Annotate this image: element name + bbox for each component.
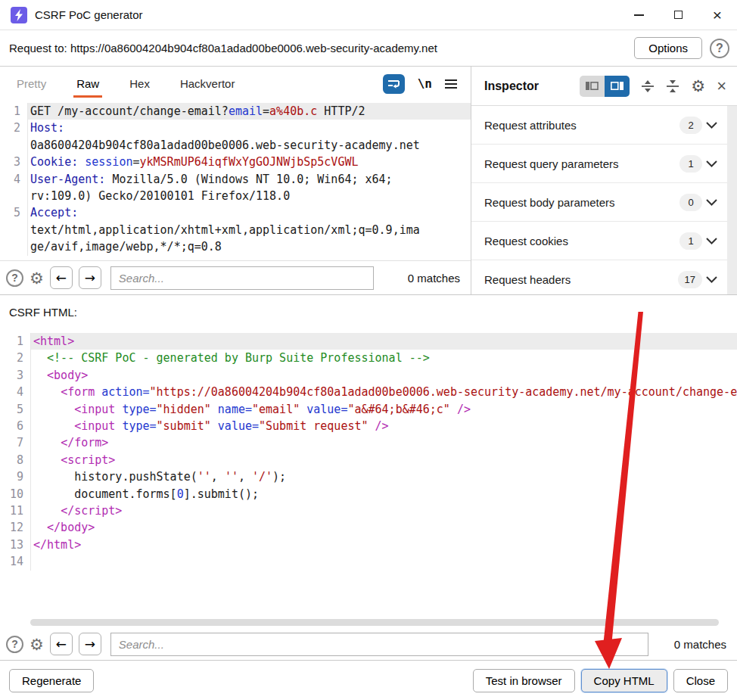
help-icon[interactable]: ?: [710, 39, 729, 58]
chevron-down-icon[interactable]: [706, 276, 717, 283]
code-line[interactable]: 5 <input type="hidden" name="email" valu…: [0, 401, 737, 418]
line-content: <!-- CSRF PoC - generated by Burp Suite …: [30, 350, 737, 366]
search-help-icon[interactable]: ?: [6, 636, 23, 653]
inspector-section-request-body-parameters[interactable]: Request body parameters0: [471, 183, 737, 222]
minimize-button[interactable]: [619, 0, 658, 30]
code-line[interactable]: 11 </script>: [0, 502, 737, 519]
code-line[interactable]: 0a86004204b904cf80a1adad00be0006.web-sec…: [0, 137, 471, 154]
code-line[interactable]: 1GET /my-account/change-email?email=a%40…: [0, 103, 471, 120]
code-line[interactable]: 1<html>: [0, 333, 737, 350]
line-number: 4: [0, 384, 30, 400]
inspector-section-request-query-parameters[interactable]: Request query parameters1: [471, 145, 737, 183]
code-line[interactable]: 12 </body>: [0, 519, 737, 536]
chevron-down-icon[interactable]: [706, 238, 717, 244]
tab-raw[interactable]: Raw: [73, 67, 102, 101]
line-number: 6: [0, 418, 30, 434]
csrf-html-editor[interactable]: 1<html>2 <!-- CSRF PoC - generated by Bu…: [0, 329, 737, 628]
code-line[interactable]: 7 </form>: [0, 434, 737, 451]
code-line[interactable]: 13</html>: [0, 537, 737, 553]
csrf-search-matches: 0 matches: [674, 638, 726, 651]
code-line[interactable]: 2Host:: [0, 120, 471, 136]
line-number: 13: [0, 537, 30, 553]
line-number: 5: [0, 204, 27, 221]
options-button[interactable]: Options: [634, 37, 702, 59]
inspector-section-request-cookies[interactable]: Request cookies1: [471, 222, 737, 260]
main-split: PrettyRawHexHackvertor \n 1GET /my-accou: [0, 67, 737, 295]
search-help-icon[interactable]: ?: [6, 269, 23, 287]
inspector-section-request-headers[interactable]: Request headers17: [471, 260, 737, 294]
regenerate-button[interactable]: Regenerate: [9, 669, 94, 692]
csrf-poc-generator-window: CSRF PoC generator × Request to: https:/…: [0, 0, 737, 700]
editor-tab-icons: \n: [383, 74, 471, 94]
code-line[interactable]: 8 <script>: [0, 452, 737, 468]
code-line[interactable]: 4 <form action="https://0a86004204b904cf…: [0, 384, 737, 400]
layout-left-icon[interactable]: [580, 76, 605, 97]
line-number: [0, 137, 27, 154]
csrf-html-label-row: CSRF HTML:: [0, 295, 737, 329]
code-line[interactable]: 10 document.forms[0].submit();: [0, 486, 737, 502]
search-prev-button[interactable]: ←: [50, 266, 73, 289]
code-line[interactable]: 2 <!-- CSRF PoC - generated by Burp Suit…: [0, 350, 737, 366]
line-content: </html>: [30, 537, 737, 553]
inspector-layout-toggle: [580, 76, 630, 97]
search-prev-button[interactable]: ←: [50, 633, 73, 655]
expand-all-icon[interactable]: [641, 80, 655, 92]
close-button[interactable]: ×: [698, 0, 737, 30]
inspector-close-icon[interactable]: ×: [717, 78, 726, 95]
layout-right-icon[interactable]: [605, 76, 630, 97]
code-line[interactable]: 4User-Agent: Mozilla/5.0 (Windows NT 10.…: [0, 171, 471, 188]
line-content: [30, 553, 737, 570]
code-line[interactable]: rv:109.0) Gecko/20100101 Firefox/118.0: [0, 188, 471, 204]
code-line[interactable]: ge/avif,image/webp,*/*;q=0.8: [0, 238, 471, 255]
search-settings-icon[interactable]: ⚙: [30, 636, 44, 652]
code-line[interactable]: 3 <body>: [0, 367, 737, 384]
csrf-code-lines: 1<html>2 <!-- CSRF PoC - generated by Bu…: [0, 333, 737, 571]
search-next-button[interactable]: →: [79, 266, 101, 289]
code-line[interactable]: 5Accept:: [0, 204, 471, 221]
code-line[interactable]: 3Cookie: session=ykMSRmUP64iqfWxYgGOJNWj…: [0, 154, 471, 170]
line-content: </script>: [30, 502, 737, 519]
line-content: <input type="hidden" name="email" value=…: [30, 401, 737, 418]
section-count-badge: 1: [679, 155, 702, 173]
line-content: rv:109.0) Gecko/20100101 Firefox/118.0: [27, 188, 471, 204]
tab-hackvertor[interactable]: Hackvertor: [177, 67, 238, 101]
section-label: Request attributes: [484, 119, 577, 132]
search-settings-icon[interactable]: ⚙: [30, 270, 44, 286]
collapse-all-icon[interactable]: [666, 80, 679, 92]
line-number: 3: [0, 154, 27, 170]
chevron-down-icon[interactable]: [706, 199, 717, 206]
chevron-down-icon[interactable]: [706, 122, 717, 129]
csrf-html-label: CSRF HTML:: [9, 306, 77, 319]
inspector-section-request-attributes[interactable]: Request attributes2: [471, 106, 737, 145]
tab-hex[interactable]: Hex: [126, 67, 153, 101]
line-number: 10: [0, 486, 30, 502]
section-count-badge: 2: [679, 117, 702, 134]
search-next-button[interactable]: →: [79, 633, 101, 655]
inspector-scrollbar[interactable]: [727, 106, 737, 294]
close-icon: ×: [713, 7, 722, 23]
code-line[interactable]: 14: [0, 553, 737, 570]
horizontal-scrollbar[interactable]: [30, 619, 719, 626]
tab-pretty[interactable]: Pretty: [14, 67, 49, 101]
test-in-browser-button[interactable]: Test in browser: [473, 669, 575, 692]
line-number: 4: [0, 171, 27, 188]
code-line[interactable]: 9 history.pushState('', '', '/');: [0, 468, 737, 485]
copy-html-button[interactable]: Copy HTML: [581, 669, 667, 692]
menu-icon[interactable]: [445, 79, 457, 89]
newline-icon[interactable]: \n: [418, 76, 432, 91]
chevron-down-icon[interactable]: [706, 160, 717, 167]
line-number: [0, 222, 27, 238]
line-number: [0, 238, 27, 255]
close-button[interactable]: Close: [673, 669, 728, 692]
code-line[interactable]: 6 <input type="submit" value="Submit req…: [0, 418, 737, 434]
line-content: </body>: [30, 519, 737, 536]
inspector-settings-icon[interactable]: ⚙: [691, 78, 705, 94]
csrf-search-input[interactable]: [110, 633, 648, 656]
request-search-input[interactable]: [110, 266, 374, 290]
code-line[interactable]: text/html,application/xhtml+xml,applicat…: [0, 222, 471, 238]
word-wrap-icon[interactable]: [383, 74, 405, 94]
line-content: 0a86004204b904cf80a1adad00be0006.web-sec…: [27, 137, 471, 154]
request-editor[interactable]: 1GET /my-account/change-email?email=a%40…: [0, 101, 471, 260]
maximize-button[interactable]: [658, 0, 698, 30]
line-number: 11: [0, 502, 30, 519]
